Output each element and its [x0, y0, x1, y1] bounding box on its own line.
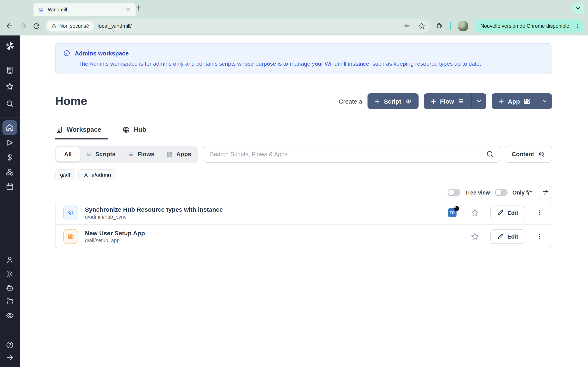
sidebar-divider [0, 56, 20, 56]
edit-button[interactable]: Edit [490, 205, 525, 220]
browser-tab-strip: Windmill [0, 0, 588, 16]
sidebar-item-workspace[interactable] [6, 66, 14, 74]
sidebar-expand-icon[interactable] [6, 354, 14, 362]
url-text[interactable]: local_windmill/ [98, 23, 397, 29]
list-item[interactable]: Synchronize Hub Resource types with inst… [56, 201, 552, 224]
address-bar[interactable]: Non sécurisé local_windmill/ [44, 19, 430, 33]
sidebar-item-home[interactable] [6, 124, 14, 132]
app-grid-icon [523, 98, 530, 105]
app-dropdown-caret[interactable] [537, 93, 552, 109]
flow-list-icon [458, 98, 465, 105]
script-button-label: Script [384, 98, 401, 105]
sliders-icon [542, 189, 549, 196]
chip-g-all[interactable]: g/all [55, 169, 75, 180]
create-script-button[interactable]: Script [367, 93, 418, 109]
sidebar [0, 35, 20, 367]
profile-separator [450, 22, 450, 30]
content-search-button[interactable]: Content [505, 146, 552, 163]
only-f-label: Only f/* [512, 189, 532, 196]
bookmark-star-icon[interactable] [417, 22, 425, 30]
filter-scripts-label: Scripts [95, 151, 115, 157]
sidebar-item-folders[interactable] [6, 297, 14, 305]
pencil-icon [497, 233, 503, 239]
search-icon[interactable] [486, 150, 494, 158]
forward-icon[interactable] [17, 21, 28, 31]
item-title[interactable]: New User Setup App [85, 229, 145, 236]
tab-search-icon[interactable] [572, 3, 584, 14]
search-code-icon [538, 151, 545, 158]
app-grid-icon [167, 151, 173, 157]
display-settings-button[interactable] [539, 186, 552, 199]
list-item[interactable]: New User Setup App g/all/setup_app Edit [56, 224, 552, 248]
filter-apps[interactable]: Apps [160, 147, 198, 161]
search-box [203, 146, 500, 163]
tab-workspace[interactable]: Workspace [55, 126, 108, 140]
chevron-down-icon [542, 98, 548, 104]
chip-u-admin[interactable]: u/admin [78, 169, 116, 180]
password-key-icon[interactable] [403, 22, 411, 30]
security-chip[interactable]: Non sécurisé [47, 21, 94, 31]
reload-icon[interactable] [31, 21, 42, 31]
banner-body: The Admins workspace is for admins only … [78, 60, 544, 67]
sidebar-item-schedules[interactable] [6, 182, 14, 191]
main-content: Admins workspace The Admins workspace is… [20, 35, 588, 367]
item-menu-kebab-icon[interactable] [534, 207, 545, 218]
sidebar-item-favorites[interactable] [6, 82, 14, 91]
browser-menu-kebab-icon[interactable] [574, 23, 580, 29]
favorite-star-icon[interactable] [470, 232, 479, 241]
favorite-star-icon[interactable] [470, 208, 479, 217]
hub-globe-icon [122, 126, 130, 133]
item-menu-kebab-icon[interactable] [534, 231, 545, 242]
sidebar-item-settings[interactable] [6, 270, 14, 278]
sidebar-item-workers[interactable] [6, 284, 14, 292]
plus-icon [430, 98, 436, 104]
only-f-toggle[interactable] [495, 189, 507, 196]
tab-hub[interactable]: Hub [122, 126, 153, 140]
help-icon[interactable] [6, 341, 14, 349]
create-app-button[interactable]: App [492, 93, 537, 109]
filter-all[interactable]: All [56, 147, 79, 161]
tab-close-icon[interactable] [124, 6, 131, 13]
script-type-icon [63, 205, 78, 220]
owner-chips: g/all u/admin [55, 169, 552, 180]
item-title[interactable]: Synchronize Hub Resource types with inst… [85, 206, 223, 213]
sidebar-item-runs[interactable] [6, 139, 14, 147]
edit-button[interactable]: Edit [490, 229, 525, 244]
sidebar-item-audit-logs[interactable] [6, 311, 14, 320]
filter-scripts[interactable]: Scripts [79, 147, 121, 161]
filter-flows[interactable]: Flows [121, 147, 160, 161]
chip-g-all-label: g/all [60, 172, 70, 178]
info-icon [63, 50, 70, 57]
sidebar-item-users[interactable] [6, 256, 14, 264]
admins-workspace-banner: Admins workspace The Admins workspace is… [55, 43, 552, 74]
back-icon[interactable] [4, 21, 15, 31]
building-icon [56, 126, 63, 133]
sidebar-item-resources[interactable] [6, 168, 14, 176]
browser-toolbar: Non sécurisé local_windmill/ Nouvelle ve… [0, 16, 588, 35]
create-a-label: Create a [339, 98, 362, 105]
windmill-favicon-icon [38, 6, 44, 13]
update-label: Nouvelle version de Chrome disponible [480, 23, 569, 29]
tab-hub-label: Hub [134, 126, 146, 133]
browser-tab[interactable]: Windmill [34, 3, 136, 16]
plus-icon [374, 98, 380, 104]
new-tab-icon[interactable] [135, 4, 142, 11]
sidebar-item-variables[interactable] [6, 153, 14, 161]
search-input[interactable] [209, 150, 486, 158]
workspace-hub-tabs: Workspace Hub [55, 126, 552, 139]
windmill-logo-icon[interactable] [4, 41, 15, 51]
filter-all-label: All [64, 151, 72, 157]
plus-icon [498, 98, 504, 104]
kind-filter-segmented: All Scripts Flows Apps [55, 146, 199, 163]
chrome-update-button[interactable]: Nouvelle version de Chrome disponible [474, 19, 584, 33]
user-icon [83, 172, 89, 177]
extensions-puzzle-icon[interactable] [435, 22, 443, 30]
flow-dropdown-caret[interactable] [471, 93, 486, 109]
create-flow-button[interactable]: Flow [424, 93, 471, 109]
mouse-cursor [453, 205, 460, 212]
tree-view-toggle[interactable] [448, 189, 460, 196]
profile-avatar[interactable] [458, 21, 468, 31]
flow-list-icon [128, 151, 134, 157]
sidebar-item-search[interactable] [6, 100, 14, 108]
security-label: Non sécurisé [59, 23, 89, 29]
